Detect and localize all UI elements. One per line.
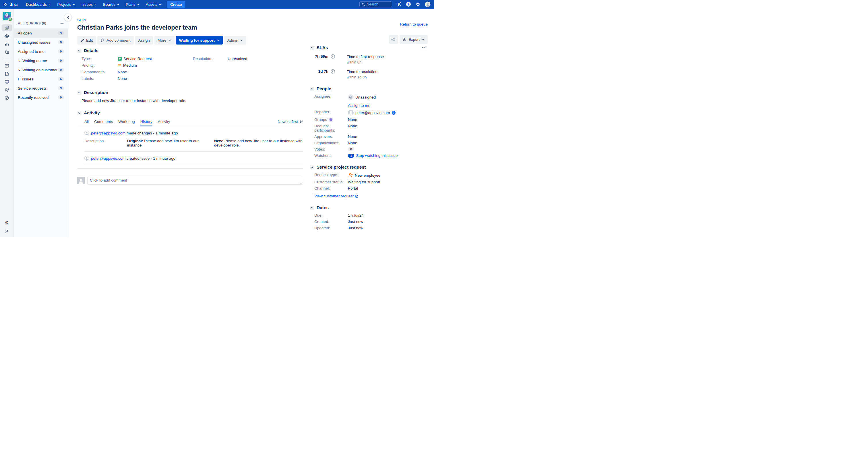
top-navigation: Jira Dashboards Projects Issues Boards P… [0, 0, 434, 9]
queue-item-assigned-to-me[interactable]: Assigned to me 0 [14, 47, 68, 56]
queue-item-it-issues[interactable]: IT issues 6 [14, 75, 68, 84]
slas-more-button[interactable] [421, 47, 428, 49]
rail-raise-request-button[interactable] [2, 62, 12, 69]
queue-item-waiting-on-customer[interactable]: Waiting on customer 0 [14, 65, 68, 75]
chevron-down-icon [311, 207, 313, 209]
service-request-collapse-button[interactable] [310, 165, 314, 170]
more-button[interactable]: More [154, 36, 175, 45]
queue-item-recently-resolved[interactable]: Recently resolved 0 [14, 93, 68, 102]
rail-queues-button[interactable] [2, 24, 12, 31]
avatar-icon [84, 131, 89, 135]
tab-activity[interactable]: Activity [158, 119, 170, 126]
slas-collapse-button[interactable] [310, 46, 314, 50]
search-input[interactable] [367, 2, 390, 6]
return-to-queue-link[interactable]: Return to queue [400, 22, 428, 26]
people-section: People Assignee: ? Unassigned [310, 86, 428, 158]
channel-value: Portal [348, 186, 358, 190]
chevron-down-icon [311, 47, 313, 49]
monitor-badge-icon [9, 18, 11, 21]
assign-button[interactable]: Assign [135, 36, 153, 45]
nav-assets[interactable]: Assets [143, 0, 165, 9]
nav-projects[interactable]: Projects [54, 0, 79, 9]
megaphone-icon [396, 2, 402, 7]
details-collapse-button[interactable] [77, 49, 82, 53]
comment-input[interactable] [87, 177, 303, 184]
global-search[interactable] [360, 1, 392, 7]
rail-knowledge-base-button[interactable] [2, 70, 12, 77]
help-button[interactable]: ? [406, 2, 411, 7]
watchers-badge[interactable]: 1 [348, 154, 354, 158]
queue-item-service-requests[interactable]: Service requests 3 [14, 84, 68, 93]
updated-label: Updated: [314, 226, 348, 230]
tab-history[interactable]: History [141, 119, 152, 126]
user-avatar[interactable] [425, 1, 431, 7]
sla-row: 7h 59m Time to first response within 8h [310, 54, 428, 64]
event-user-link[interactable]: peter@appsvio.com [91, 156, 125, 160]
avatar-icon [84, 156, 89, 160]
admin-button[interactable]: Admin [224, 36, 246, 45]
help-icon: ? [406, 2, 411, 7]
create-button[interactable]: Create [167, 1, 185, 8]
info-icon[interactable] [392, 111, 396, 115]
rail-customers-button[interactable] [2, 32, 12, 39]
plus-icon [60, 21, 64, 25]
rail-channels-button[interactable] [2, 79, 12, 85]
announcements-button[interactable] [396, 2, 402, 7]
sidebar-collapse-button[interactable] [64, 14, 71, 21]
assign-to-me-link[interactable]: Assign to me [348, 103, 370, 108]
add-comment-button[interactable]: Add comment [97, 36, 133, 45]
share-button[interactable] [389, 35, 398, 44]
view-customer-request-link[interactable]: View customer request [314, 194, 353, 198]
expand-rail-icon[interactable] [5, 229, 9, 233]
activity-tabs-bar: All Comments Work Log History Activity N… [77, 119, 303, 126]
queue-item-unassigned[interactable]: Unassigned issues 9 [14, 38, 68, 47]
organizations-row: Organizations: None [314, 141, 428, 145]
rail-escalations-button[interactable] [2, 49, 12, 55]
activity-collapse-button[interactable] [77, 111, 82, 115]
issue-main-column: SD-9 Christian Parks joins the developer… [77, 18, 303, 237]
votes-badge[interactable]: 0 [348, 147, 354, 151]
description-collapse-button[interactable] [77, 90, 82, 95]
nav-dashboards[interactable]: Dashboards [23, 0, 54, 9]
request-type-row: Request type: New employee [314, 173, 428, 178]
project-settings-gear-icon[interactable]: ⚙ [5, 220, 9, 225]
rail-invite-team-button[interactable] [2, 86, 12, 93]
chevron-down-icon [311, 88, 313, 90]
settings-button[interactable] [415, 2, 421, 7]
chevron-down-icon [78, 50, 81, 52]
clock-icon [330, 69, 335, 74]
rail-apps-button[interactable] [2, 94, 12, 101]
status-button[interactable]: Waiting for support [176, 36, 223, 45]
project-avatar[interactable] [3, 12, 11, 21]
external-link-icon [355, 195, 359, 198]
edit-button[interactable]: Edit [77, 36, 96, 45]
chevron-down-icon [48, 3, 51, 6]
rail-reports-button[interactable] [2, 40, 12, 48]
participants-label: Request participants: [314, 124, 348, 132]
dates-collapse-button[interactable] [310, 206, 314, 210]
jira-logo[interactable]: Jira [3, 2, 18, 7]
created-label: Created: [314, 219, 348, 224]
priority-medium-icon [118, 63, 121, 67]
queue-item-waiting-on-me[interactable]: Waiting on me 0 [14, 56, 68, 65]
tab-work-log[interactable]: Work Log [118, 119, 135, 126]
nav-boards[interactable]: Boards [100, 0, 123, 9]
tab-all[interactable]: All [84, 119, 89, 126]
subqueue-arrow-icon [18, 59, 21, 63]
reporter-avatar-icon [348, 110, 353, 116]
reports-icon [4, 41, 9, 47]
nav-plans[interactable]: Plans [123, 0, 143, 9]
tab-comments[interactable]: Comments [94, 119, 113, 126]
queue-item-all-open[interactable]: All open 9 [14, 28, 68, 38]
add-queue-button[interactable] [60, 21, 64, 25]
service-request-type-icon [118, 57, 122, 61]
sort-order-button[interactable]: Newest first [278, 119, 303, 126]
export-button[interactable]: Export [400, 35, 428, 44]
people-collapse-button[interactable] [310, 87, 314, 91]
groups-app-icon[interactable] [330, 118, 332, 121]
event-user-link[interactable]: peter@appsvio.com [91, 131, 125, 135]
nav-issues[interactable]: Issues [79, 0, 100, 9]
priority-value: Medium [118, 63, 137, 67]
issue-key-link[interactable]: SD-9 [77, 18, 86, 22]
stop-watching-link[interactable]: Stop watching this issue [356, 153, 398, 158]
